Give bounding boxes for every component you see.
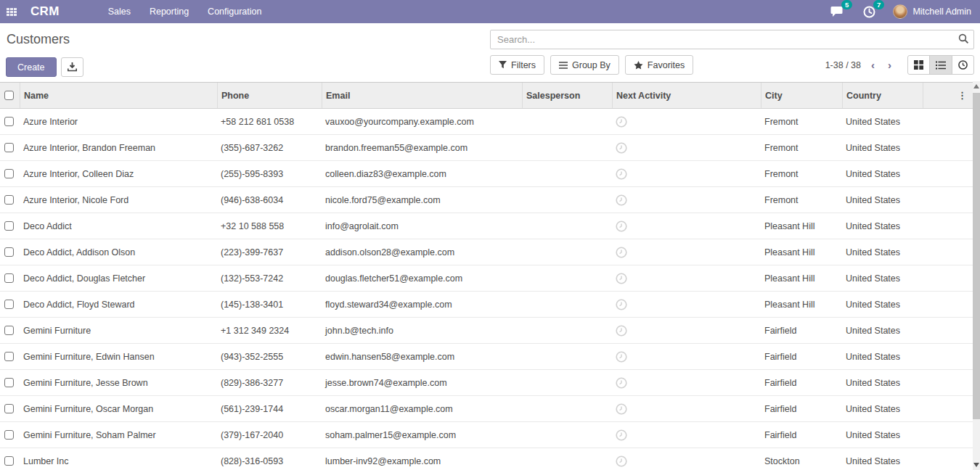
cell-name: Gemini Furniture, Edwin Hansen bbox=[20, 352, 217, 362]
cell-country: United States bbox=[842, 273, 923, 284]
table-row[interactable]: Gemini Furniture, Oscar Morgan (561)-239… bbox=[0, 396, 973, 422]
row-checkbox[interactable] bbox=[4, 300, 14, 309]
app-title[interactable]: CRM bbox=[30, 4, 60, 19]
cell-city: Fairfield bbox=[761, 326, 842, 336]
schedule-activity-clock-icon[interactable] bbox=[616, 377, 627, 389]
cell-city: Fairfield bbox=[761, 378, 842, 388]
cell-city: Pleasant Hill bbox=[761, 221, 842, 231]
schedule-activity-clock-icon[interactable] bbox=[616, 273, 627, 284]
table-row[interactable]: Lumber Inc (828)-316-0593 lumber-inv92@e… bbox=[0, 448, 973, 470]
schedule-activity-clock-icon[interactable] bbox=[616, 429, 627, 441]
row-checkbox[interactable] bbox=[4, 456, 14, 466]
cell-city: Pleasant Hill bbox=[761, 247, 842, 257]
view-switcher bbox=[907, 55, 974, 75]
table-row[interactable]: Azure Interior, Colleen Diaz (255)-595-8… bbox=[0, 161, 973, 187]
cell-city: Fremont bbox=[761, 195, 842, 205]
cell-country: United States bbox=[842, 143, 923, 153]
column-header-email[interactable]: Email bbox=[322, 83, 522, 108]
scroll-up-icon[interactable] bbox=[973, 84, 979, 88]
cell-next-activity bbox=[612, 116, 761, 128]
schedule-activity-clock-icon[interactable] bbox=[616, 168, 627, 180]
column-header-next-activity[interactable]: Next Activity bbox=[612, 83, 761, 108]
select-all-checkbox[interactable] bbox=[4, 91, 14, 100]
row-checkbox[interactable] bbox=[4, 117, 14, 126]
list-view-button[interactable] bbox=[929, 55, 952, 75]
table-row[interactable]: Azure Interior +58 212 681 0538 vauxoo@y… bbox=[0, 109, 973, 135]
menu-sales[interactable]: Sales bbox=[99, 0, 140, 23]
row-checkbox[interactable] bbox=[4, 404, 14, 413]
schedule-activity-clock-icon[interactable] bbox=[616, 299, 627, 310]
group-by-button[interactable]: Group By bbox=[550, 55, 619, 75]
pager-previous-icon[interactable]: ‹ bbox=[868, 58, 878, 72]
kanban-view-button[interactable] bbox=[907, 55, 930, 75]
apps-menu-icon[interactable] bbox=[3, 3, 20, 20]
row-checkbox[interactable] bbox=[4, 378, 14, 387]
row-checkbox[interactable] bbox=[4, 430, 14, 440]
column-header-city[interactable]: City bbox=[761, 83, 842, 108]
column-header-phone[interactable]: Phone bbox=[217, 83, 322, 108]
table-row[interactable]: Azure Interior, Nicole Ford (946)-638-60… bbox=[0, 187, 973, 213]
row-checkbox[interactable] bbox=[4, 169, 14, 178]
messages-icon[interactable]: 5 bbox=[829, 4, 845, 19]
cell-name: Deco Addict, Floyd Steward bbox=[20, 300, 217, 310]
filters-button[interactable]: Filters bbox=[490, 55, 544, 75]
table-row[interactable]: Deco Addict +32 10 588 558 info@agrolait… bbox=[0, 213, 973, 239]
activity-view-button[interactable] bbox=[952, 55, 974, 75]
schedule-activity-clock-icon[interactable] bbox=[616, 403, 627, 415]
row-checkbox[interactable] bbox=[4, 273, 14, 283]
table-row[interactable]: Deco Addict, Floyd Steward (145)-138-340… bbox=[0, 292, 973, 318]
row-checkbox[interactable] bbox=[4, 326, 14, 335]
table-row[interactable]: Deco Addict, Addison Olson (223)-399-763… bbox=[0, 239, 973, 265]
pager-next-icon[interactable]: › bbox=[885, 58, 894, 72]
column-header-name[interactable]: Name bbox=[20, 83, 217, 108]
column-header-country[interactable]: Country bbox=[842, 83, 923, 108]
menu-configuration[interactable]: Configuration bbox=[198, 0, 271, 23]
search-icon[interactable] bbox=[958, 33, 969, 44]
scroll-down-icon[interactable] bbox=[973, 463, 979, 467]
row-checkbox[interactable] bbox=[4, 221, 14, 231]
schedule-activity-clock-icon[interactable] bbox=[616, 142, 627, 154]
cell-email: brandon.freeman55@example.com bbox=[322, 143, 522, 153]
schedule-activity-clock-icon[interactable] bbox=[616, 194, 627, 206]
activities-icon[interactable]: 7 bbox=[861, 4, 877, 19]
cell-country: United States bbox=[842, 300, 923, 310]
row-checkbox[interactable] bbox=[4, 143, 14, 152]
user-menu[interactable]: Mitchell Admin bbox=[893, 4, 974, 19]
table-row[interactable]: Gemini Furniture, Edwin Hansen (943)-352… bbox=[0, 344, 973, 370]
table-row[interactable]: Azure Interior, Brandon Freeman (355)-68… bbox=[0, 135, 973, 161]
cell-next-activity bbox=[612, 455, 761, 467]
row-checkbox[interactable] bbox=[4, 352, 14, 361]
optional-columns-icon[interactable]: ⋮ bbox=[957, 91, 967, 100]
create-button[interactable]: Create bbox=[6, 57, 57, 77]
cell-city: Pleasant Hill bbox=[761, 300, 842, 310]
table-row[interactable]: Gemini Furniture, Soham Palmer (379)-167… bbox=[0, 422, 973, 448]
table-row[interactable]: Gemini Furniture +1 312 349 2324 john.b@… bbox=[0, 318, 973, 344]
cell-next-activity bbox=[612, 299, 761, 310]
vertical-scrollbar[interactable] bbox=[973, 81, 980, 470]
row-checkbox[interactable] bbox=[4, 247, 14, 257]
table-row[interactable]: Gemini Furniture, Jesse Brown (829)-386-… bbox=[0, 370, 973, 396]
table-row[interactable]: Deco Addict, Douglas Fletcher (132)-553-… bbox=[0, 265, 973, 292]
cell-next-activity bbox=[612, 351, 761, 363]
cell-next-activity bbox=[612, 194, 761, 206]
cell-name: Lumber Inc bbox=[20, 456, 217, 466]
search-input[interactable] bbox=[490, 30, 974, 49]
schedule-activity-clock-icon[interactable] bbox=[616, 220, 627, 232]
row-checkbox[interactable] bbox=[4, 195, 14, 205]
scrollbar-thumb[interactable] bbox=[973, 93, 980, 419]
cell-next-activity bbox=[612, 247, 761, 258]
schedule-activity-clock-icon[interactable] bbox=[616, 247, 627, 258]
cell-email: douglas.fletcher51@example.com bbox=[322, 273, 522, 284]
cell-city: Pleasant Hill bbox=[761, 273, 842, 284]
menu-reporting[interactable]: Reporting bbox=[140, 0, 198, 23]
cell-city: Fairfield bbox=[761, 404, 842, 414]
bars-icon bbox=[559, 62, 568, 69]
schedule-activity-clock-icon[interactable] bbox=[616, 325, 627, 337]
export-button[interactable] bbox=[61, 57, 83, 77]
schedule-activity-clock-icon[interactable] bbox=[616, 116, 627, 128]
cell-email: edwin.hansen58@example.com bbox=[322, 352, 522, 362]
schedule-activity-clock-icon[interactable] bbox=[616, 455, 627, 467]
column-header-salesperson[interactable]: Salesperson bbox=[522, 83, 612, 108]
favorites-button[interactable]: Favorites bbox=[625, 55, 693, 75]
schedule-activity-clock-icon[interactable] bbox=[616, 351, 627, 363]
